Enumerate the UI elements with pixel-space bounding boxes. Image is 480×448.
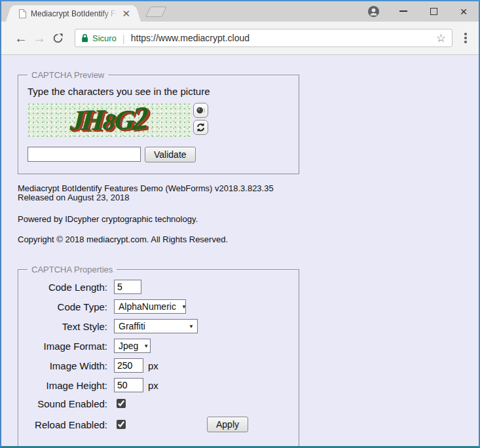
maximize-icon <box>430 8 437 15</box>
back-button[interactable]: ← <box>14 29 28 47</box>
address-bar[interactable]: Sicuro | https://www.mediacrypt.cloud ☆ <box>75 29 452 47</box>
captcha-answer-input[interactable] <box>28 147 141 162</box>
refresh-icon <box>52 33 64 44</box>
url-text[interactable]: https://www.mediacrypt.cloud <box>131 33 249 43</box>
reload-icon <box>196 122 206 132</box>
omnibox-separator: | <box>122 33 125 44</box>
image-height-input[interactable] <box>114 378 143 392</box>
browser-toolbar: ← → Sicuro | https://www.mediacrypt.clou… <box>1 22 479 55</box>
text-style-select[interactable]: Graffiti ▼ <box>114 319 198 333</box>
profile-icon <box>367 5 380 18</box>
version-line: Mediacrypt BotIdentify Features Demo (We… <box>18 183 274 193</box>
close-button[interactable]: × <box>449 1 479 21</box>
captcha-preview-legend: CAPTCHA Preview <box>28 70 108 80</box>
image-height-label: Image Height: <box>24 380 107 391</box>
new-tab-button[interactable] <box>145 7 167 17</box>
lock-icon <box>81 33 88 43</box>
code-type-label: Code Type: <box>24 301 107 312</box>
bookmark-star-icon[interactable]: ☆ <box>436 33 446 44</box>
image-format-select[interactable]: Jpeg ▼ <box>114 339 151 353</box>
security-chip[interactable]: Sicuro <box>81 33 117 43</box>
copyright-text: Copyright © 2018 mediacrypt.com. All Rig… <box>18 235 479 244</box>
minimize-button[interactable] <box>388 1 418 21</box>
chevron-down-icon: ▼ <box>189 324 194 329</box>
code-length-label: Code Length: <box>24 282 107 293</box>
code-length-input[interactable] <box>114 280 141 294</box>
image-format-value: Jpeg <box>119 341 138 351</box>
document-favicon-icon <box>18 9 26 18</box>
reload-enabled-label: Reload Enabled: <box>24 419 107 430</box>
minimize-icon <box>399 10 407 12</box>
code-type-value: AlphaNumeric <box>119 301 176 312</box>
close-icon: × <box>460 5 467 18</box>
text-style-label: Text Style: <box>24 321 107 332</box>
release-line: Released on August 23, 2018 <box>18 193 130 202</box>
captcha-code-text: JH8G2 <box>28 103 191 137</box>
sound-enabled-checkbox[interactable] <box>117 399 126 408</box>
captcha-properties-fieldset: CAPTCHA Properties Code Length: Code Typ… <box>18 265 299 448</box>
chevron-down-icon: ▼ <box>143 343 149 349</box>
powered-by-text: Powered by IDcypher cryptographic techno… <box>18 215 479 224</box>
text-style-value: Graffiti <box>119 321 145 331</box>
info-block: Mediacrypt BotIdentify Features Demo (We… <box>18 184 479 244</box>
sound-enabled-label: Sound Enabled: <box>24 398 107 409</box>
browser-window: Mediacrypt BotIdentify Fe ✕ × ← → <box>0 0 480 448</box>
image-height-unit: px <box>148 380 158 391</box>
image-format-label: Image Format: <box>24 341 107 352</box>
apply-button[interactable]: Apply <box>207 417 248 432</box>
chevron-down-icon: ▼ <box>181 304 187 310</box>
window-controls: × <box>358 1 479 21</box>
browser-tab[interactable]: Mediacrypt BotIdentify Fe ✕ <box>12 5 134 22</box>
security-label: Sicuro <box>92 33 117 43</box>
title-bar: Mediacrypt BotIdentify Fe ✕ × <box>1 1 479 22</box>
browser-menu-button[interactable] <box>459 29 472 47</box>
tab-title: Mediacrypt BotIdentify Fe <box>31 9 117 18</box>
captcha-sound-button[interactable] <box>193 103 208 118</box>
page-content: CAPTCHA Preview Type the characters you … <box>1 55 479 448</box>
forward-button[interactable]: → <box>33 29 46 47</box>
version-text: Mediacrypt BotIdentify Features Demo (We… <box>18 184 479 202</box>
speaker-icon <box>196 105 206 115</box>
image-width-input[interactable] <box>114 358 143 373</box>
forward-arrow-icon: → <box>33 31 46 45</box>
captcha-properties-legend: CAPTCHA Properties <box>28 265 117 274</box>
refresh-button[interactable] <box>51 29 64 47</box>
validate-button[interactable]: Validate <box>145 147 196 162</box>
captcha-image: JH8G2 <box>28 103 191 137</box>
tab-close-icon[interactable]: ✕ <box>122 9 130 18</box>
back-arrow-icon: ← <box>14 31 28 45</box>
captcha-instruction: Type the characters you see in the pictu… <box>28 86 292 97</box>
captcha-reload-button[interactable] <box>193 120 208 135</box>
image-width-label: Image Width: <box>24 360 107 371</box>
captcha-preview-fieldset: CAPTCHA Preview Type the characters you … <box>18 70 299 174</box>
profile-button[interactable] <box>358 1 388 21</box>
code-type-select[interactable]: AlphaNumeric ▼ <box>114 299 186 314</box>
image-width-unit: px <box>148 360 158 371</box>
reload-enabled-checkbox[interactable] <box>117 420 126 429</box>
maximize-button[interactable] <box>418 1 449 21</box>
